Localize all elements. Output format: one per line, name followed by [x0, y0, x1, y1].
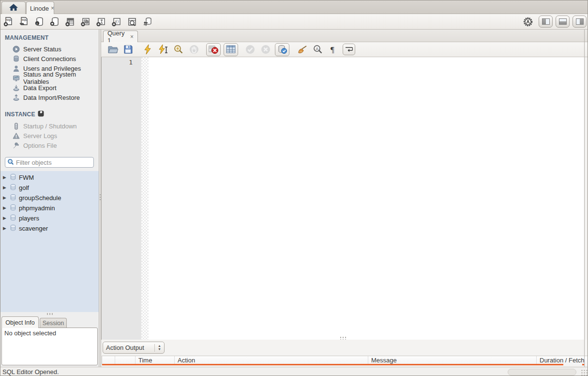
sidebar-item-options-file[interactable]: Options File: [0, 141, 99, 150]
expander-icon[interactable]: ▶: [3, 206, 7, 210]
main-toolbar: SQL SQL i f(): [0, 14, 588, 30]
tab-object-info[interactable]: Object Info: [1, 316, 39, 328]
create-procedure-icon[interactable]: [95, 16, 107, 28]
top-tabbar: Linode ×: [0, 0, 588, 14]
schema-name: groupSchedule: [19, 194, 61, 202]
expander-icon[interactable]: ▶: [3, 186, 7, 190]
schema-row-players[interactable]: ▶ players: [0, 213, 99, 223]
schema-row-groupschedule[interactable]: ▶ groupSchedule: [0, 193, 99, 203]
status-text: SQL Editor Opened.: [2, 368, 59, 376]
beautify-icon[interactable]: [296, 44, 309, 55]
sql-editor-toolbar: A ¶: [101, 42, 588, 57]
schema-row-golf[interactable]: ▶ golf: [0, 183, 99, 193]
window-resize-grip[interactable]: [581, 369, 588, 376]
schema-filter: [5, 157, 94, 168]
info-tabs: Session Object Info: [0, 316, 99, 328]
svg-text:i: i: [37, 22, 38, 26]
schema-db-icon: [10, 204, 16, 212]
open-sql-script-icon[interactable]: SQL: [18, 16, 30, 28]
expander-icon[interactable]: ▶: [3, 196, 7, 200]
connection-tab-label: Linode: [30, 5, 49, 12]
expander-icon[interactable]: ▶: [3, 226, 7, 231]
find-icon[interactable]: A: [312, 44, 324, 55]
query-tabbar: Query 1 ×: [101, 30, 588, 42]
close-tab-icon[interactable]: ×: [51, 5, 54, 12]
toggle-autocommit-button[interactable]: [275, 43, 289, 56]
sidebar-item-label: Client Connections: [23, 55, 76, 63]
system-variables-icon: [12, 74, 20, 82]
output-view-selector[interactable]: Action Output ▲▼: [103, 342, 165, 354]
commit-icon: [244, 44, 256, 55]
left-panel-glyph: [542, 18, 550, 25]
close-query-tab-icon[interactable]: ×: [130, 33, 134, 40]
code-fold-margin: [141, 57, 149, 360]
search-table-data-icon[interactable]: [126, 16, 138, 28]
client-connections-icon: [12, 55, 20, 63]
schema-row-phpmyadmin[interactable]: ▶ phpmyadmin: [0, 203, 99, 213]
tab-query-1[interactable]: Query 1 ×: [103, 31, 138, 43]
sidebar-item-startup-shutdown[interactable]: Startup / Shutdown: [0, 121, 99, 131]
sidebar-item-system-variables[interactable]: Status and System Variables: [0, 73, 99, 83]
toggle-right-panel-button[interactable]: [573, 16, 587, 28]
svg-text:SQL: SQL: [22, 18, 28, 21]
schema-row-fwm[interactable]: ▶ FWM: [0, 172, 99, 183]
open-script-icon[interactable]: [106, 44, 119, 55]
schema-inspector-icon[interactable]: i: [33, 16, 45, 28]
toggle-stop-on-error-button[interactable]: [206, 43, 221, 56]
instance-wrench-icon[interactable]: [38, 110, 44, 118]
schema-db-icon: [10, 214, 16, 222]
reconnect-database-icon[interactable]: [142, 16, 153, 28]
svg-text:¶: ¶: [331, 45, 334, 54]
schema-row-scavenger[interactable]: ▶ scavenger: [0, 223, 99, 234]
toggle-word-wrap-button[interactable]: [343, 44, 355, 55]
data-import-icon: [12, 94, 20, 101]
create-function-icon[interactable]: f(): [111, 16, 122, 28]
schema-db-icon: [10, 173, 16, 182]
statusbar-scroll-pill[interactable]: [508, 369, 576, 376]
new-sql-tab-icon[interactable]: SQL: [2, 16, 14, 28]
toggle-left-panel-button[interactable]: [539, 16, 553, 28]
limit-rows-button[interactable]: [224, 43, 238, 56]
startup-shutdown-icon: [12, 122, 20, 130]
toolbar-right-group: [520, 16, 587, 28]
home-tab[interactable]: [1, 1, 26, 14]
schema-filter-input[interactable]: [16, 159, 101, 166]
schema-name: phpmyadmin: [19, 204, 55, 212]
schema-name: FWM: [19, 174, 34, 181]
save-script-icon[interactable]: [122, 44, 135, 55]
sidebar-splitter-grip[interactable]: [47, 313, 54, 315]
admin-gear-icon[interactable]: [522, 16, 534, 28]
search-icon: [7, 158, 14, 167]
schema-db-icon: [10, 224, 16, 233]
expander-icon[interactable]: ▶: [3, 175, 7, 180]
execute-icon[interactable]: [141, 44, 154, 55]
schema-db-icon: [10, 194, 16, 202]
sidebar-item-client-connections[interactable]: Client Connections: [0, 54, 99, 63]
management-title: MANAGEMENT: [5, 34, 48, 41]
sidebar-item-server-logs[interactable]: Server Logs: [0, 131, 99, 141]
create-view-icon[interactable]: [80, 16, 91, 28]
selector-spinner-icon: ▲▼: [154, 344, 161, 352]
server-logs-icon: [12, 132, 20, 140]
schema-name: golf: [19, 184, 29, 191]
sidebar-item-label: Server Status: [23, 46, 61, 53]
stop-icon: [188, 44, 200, 55]
execute-current-statement-icon[interactable]: [157, 44, 169, 55]
tab-session[interactable]: Session: [40, 318, 67, 328]
explain-icon[interactable]: [172, 44, 185, 55]
create-schema-icon[interactable]: [49, 16, 60, 28]
output-scrollbar-horizontal[interactable]: [102, 364, 563, 365]
sidebar-item-label: Server Logs: [23, 132, 57, 140]
expander-icon[interactable]: ▶: [3, 216, 7, 220]
toggle-invisible-characters-icon[interactable]: ¶: [327, 44, 340, 55]
sql-edit-area[interactable]: [149, 57, 584, 360]
toggle-bottom-panel-button[interactable]: [556, 16, 570, 28]
users-privileges-icon: [12, 64, 20, 72]
connection-tab-linode[interactable]: Linode ×: [26, 1, 54, 15]
sql-editor[interactable]: 1: [101, 57, 585, 364]
sidebar-item-label: Data Export: [23, 84, 57, 92]
create-table-icon[interactable]: [64, 16, 76, 28]
sidebar-item-data-import[interactable]: Data Import/Restore: [0, 93, 99, 102]
line-number-gutter: 1: [102, 57, 141, 360]
sidebar-item-server-status[interactable]: Server Status: [0, 44, 99, 54]
